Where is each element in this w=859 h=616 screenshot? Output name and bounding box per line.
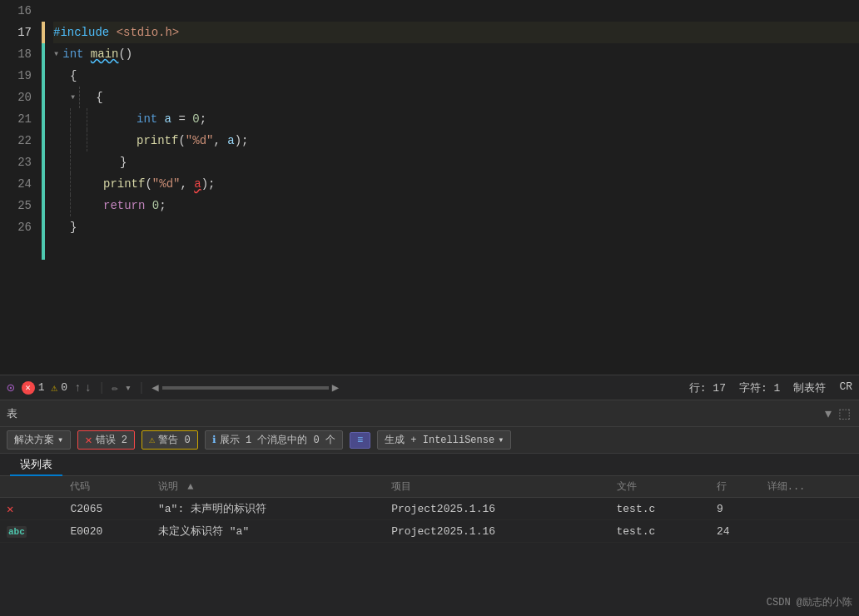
paren-open-22: ( bbox=[178, 130, 185, 152]
status-edit-icon[interactable]: ✏ ▾ bbox=[112, 381, 131, 395]
warning-filter-btn[interactable]: ⚠ 警告 0 bbox=[142, 430, 198, 450]
panel-wrapper: 表 ▾ ⬚ 解决方案 ▾ ✕ 错误 2 ⚠ 警告 0 bbox=[0, 400, 859, 616]
list-filter-btn[interactable]: ≡ bbox=[350, 432, 370, 449]
row1-file: test.c bbox=[610, 498, 711, 520]
col-file[interactable]: 文件 bbox=[610, 476, 711, 498]
panel-pin-btn[interactable]: ▾ bbox=[823, 404, 833, 423]
table-header-row: 代码 说明 ▲ 项目 文件 行 bbox=[0, 476, 859, 498]
solution-dropdown-arrow: ▾ bbox=[57, 434, 63, 446]
row1-project: Project2025.1.16 bbox=[385, 498, 609, 520]
col-code-label: 代码 bbox=[70, 481, 90, 493]
solution-dropdown[interactable]: 解决方案 ▾ bbox=[7, 430, 71, 450]
panel-area: 表 ▾ ⬚ 解决方案 ▾ ✕ 错误 2 ⚠ 警告 0 bbox=[0, 400, 859, 616]
code-line-18: ▾ int main() bbox=[53, 43, 859, 65]
row1-line: 9 bbox=[710, 498, 761, 520]
line-num-22: 22 bbox=[10, 130, 32, 152]
nav-left[interactable]: ◀ bbox=[151, 380, 158, 395]
col-code[interactable]: 代码 bbox=[63, 476, 151, 498]
edit-icon: ✏ ▾ bbox=[112, 381, 131, 395]
error-table-body: ✕ C2065 "a": 未声明的标识符 Project2025.1.16 te… bbox=[0, 498, 859, 543]
row1-icon-cell: ✕ bbox=[0, 498, 63, 520]
col-line-label: 行 bbox=[717, 481, 727, 493]
row2-detail bbox=[761, 520, 859, 543]
var-a-21: a bbox=[165, 108, 171, 130]
semi-21: ; bbox=[200, 108, 206, 130]
col-line[interactable]: 行 bbox=[710, 476, 761, 498]
status-errors[interactable]: ✕ 1 bbox=[22, 381, 45, 395]
warning-filter-label: 警告 0 bbox=[158, 433, 190, 447]
arrow-up[interactable]: ↑ bbox=[74, 381, 81, 395]
semi-25: ; bbox=[159, 195, 166, 216]
col-file-label: 文件 bbox=[617, 481, 637, 493]
row1-error-icon: ✕ bbox=[7, 503, 13, 516]
line-num-26: 26 bbox=[10, 216, 32, 238]
error-count: 1 bbox=[38, 381, 45, 394]
paren-close-24: ); bbox=[201, 173, 216, 195]
row1-code: C2065 bbox=[63, 498, 151, 520]
line-num-16: 16 bbox=[10, 0, 32, 22]
error-filter-btn[interactable]: ✕ 错误 2 bbox=[77, 430, 135, 450]
arrow-down[interactable]: ↓ bbox=[85, 381, 92, 395]
status-arrows[interactable]: ↑ ↓ bbox=[74, 381, 92, 395]
include-header: <stdio.h> bbox=[117, 22, 180, 43]
line-numbers: 16 17 18 19 20 21 22 23 24 25 26 bbox=[0, 0, 42, 375]
row2-icon-cell: abc bbox=[0, 520, 63, 543]
keyword-return: return bbox=[103, 195, 152, 216]
comma-24: , bbox=[180, 173, 194, 195]
line-num-25: 25 bbox=[10, 195, 32, 216]
status-line: 行: 17 bbox=[689, 380, 726, 395]
error-filter-icon: ✕ bbox=[85, 433, 92, 447]
row2-desc: 未定义标识符 "a" bbox=[151, 520, 385, 543]
panel-toolbar: 解决方案 ▾ ✕ 错误 2 ⚠ 警告 0 ℹ 展示 1 个消息中的 0 个 bbox=[0, 427, 859, 454]
col-project[interactable]: 项目 bbox=[385, 476, 609, 498]
status-nav-icon[interactable]: ⊙ bbox=[7, 380, 15, 396]
brace-close-26: } bbox=[70, 216, 77, 238]
panel-close-btn[interactable]: ⬚ bbox=[837, 404, 852, 423]
warning-filter-icon: ⚠ bbox=[149, 434, 155, 446]
code-line-21: int a = 0; bbox=[53, 108, 859, 130]
row2-project: Project2025.1.16 bbox=[385, 520, 609, 543]
warning-count: 0 bbox=[61, 381, 67, 394]
var-a-24-error: a bbox=[194, 173, 201, 195]
paren-open-24: ( bbox=[145, 173, 151, 195]
code-line-17: #include <stdio.h> bbox=[53, 22, 859, 43]
status-warnings[interactable]: ⚠ 0 bbox=[51, 381, 67, 395]
line-num-24: 24 bbox=[10, 173, 32, 195]
line-num-17: 17 bbox=[10, 22, 32, 43]
status-nav-buttons[interactable]: ◀ ▶ bbox=[151, 380, 339, 395]
code-line-24: printf("%d", a); bbox=[53, 173, 859, 195]
col-detail[interactable]: 详细... bbox=[761, 476, 859, 498]
keyword-int-21: int bbox=[137, 108, 165, 130]
fn-printf-22: printf bbox=[137, 130, 178, 152]
code-content[interactable]: #include <stdio.h> ▾ int main() { ▾ { bbox=[45, 0, 859, 375]
col-desc[interactable]: 说明 ▲ bbox=[151, 476, 385, 498]
line-num-18: 18 bbox=[10, 43, 32, 65]
nav-right[interactable]: ▶ bbox=[332, 380, 339, 395]
status-right: 行: 17 字符: 1 制表符 CR bbox=[689, 380, 852, 395]
comma-22: , bbox=[213, 130, 227, 152]
line-num-23: 23 bbox=[10, 152, 32, 173]
collapse-arrow-20[interactable]: ▾ bbox=[70, 87, 76, 108]
code-line-26: } bbox=[53, 216, 859, 238]
error-table-container[interactable]: 代码 说明 ▲ 项目 文件 行 bbox=[0, 476, 859, 609]
line-num-19: 19 bbox=[10, 65, 32, 87]
panel-float-buttons[interactable]: ▾ ⬚ bbox=[823, 404, 852, 423]
progress-bar bbox=[162, 386, 329, 390]
info-filter-btn[interactable]: ℹ 展示 1 个消息中的 0 个 bbox=[205, 430, 343, 450]
table-row[interactable]: abc E0020 未定义标识符 "a" Project2025.1.16 te… bbox=[0, 520, 859, 543]
intellisense-btn[interactable]: 生成 + IntelliSense ▾ bbox=[377, 430, 511, 450]
info-filter-label: 展示 1 个消息中的 0 个 bbox=[220, 433, 335, 447]
collapse-arrow-18[interactable]: ▾ bbox=[53, 43, 59, 65]
editor-area: 16 17 18 19 20 21 22 23 24 25 26 #in bbox=[0, 0, 859, 375]
table-row[interactable]: ✕ C2065 "a": 未声明的标识符 Project2025.1.16 te… bbox=[0, 498, 859, 520]
fn-main: main bbox=[91, 43, 119, 65]
error-list-tab[interactable]: 误列表 bbox=[10, 455, 62, 476]
row2-code: E0020 bbox=[63, 520, 151, 543]
row1-detail bbox=[761, 498, 859, 520]
var-a-22: a bbox=[227, 130, 234, 152]
csdn-badge: CSDN @励志的小陈 bbox=[767, 595, 852, 609]
keyword-int-18: int bbox=[62, 43, 91, 65]
code-line-19: { bbox=[53, 65, 859, 87]
col-icon bbox=[0, 476, 63, 498]
row1-desc: "a": 未声明的标识符 bbox=[151, 498, 385, 520]
